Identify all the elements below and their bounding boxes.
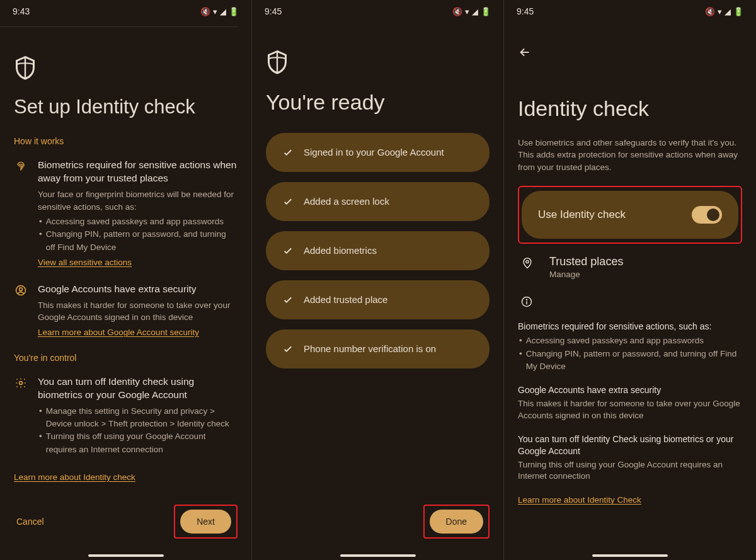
check-icon xyxy=(282,147,294,158)
section-how-it-works: How it works xyxy=(14,136,238,146)
row-biometrics: Biometrics required for sensitive action… xyxy=(14,159,238,268)
nav-handle[interactable] xyxy=(88,554,164,557)
cancel-button[interactable]: Cancel xyxy=(14,511,47,532)
bullet: Changing PIN, pattern or password, and t… xyxy=(518,348,742,374)
status-bar: 9:43 🔇 ▾ ◢ 🔋 xyxy=(0,0,251,23)
nav-handle[interactable] xyxy=(340,554,416,557)
mute-icon: 🔇 xyxy=(200,7,210,16)
battery-icon: 🔋 xyxy=(481,7,491,16)
check-item-biometrics: Added biometrics xyxy=(266,231,490,270)
divider xyxy=(0,26,238,27)
status-icons: 🔇 ▾ ◢ 🔋 xyxy=(200,7,239,16)
setting-title: Trusted places xyxy=(549,255,623,268)
info-google: Google Accounts have extra security This… xyxy=(518,384,742,422)
fingerprint-icon xyxy=(14,159,28,268)
row-title: You can turn off Identity check using bi… xyxy=(38,375,238,402)
battery-icon: 🔋 xyxy=(229,7,239,16)
svg-point-6 xyxy=(527,300,527,300)
check-item-screenlock: Added a screen lock xyxy=(266,182,490,221)
link-view-sensitive[interactable]: View all sensitive actions xyxy=(38,258,132,267)
info-biometrics: Biometrics required for sensitive action… xyxy=(518,321,742,373)
shield-icon xyxy=(14,55,37,80)
info-text: Turning this off using your Google Accou… xyxy=(518,459,742,483)
check-label: Phone number verification is on xyxy=(304,343,436,354)
row-google-security: Google Accounts have extra security This… xyxy=(14,283,238,338)
status-icons: 🔇 ▾ ◢ 🔋 xyxy=(452,7,491,16)
svg-point-2 xyxy=(20,381,23,384)
clock: 9:45 xyxy=(517,6,534,16)
info-title: Biometrics required for sensitive action… xyxy=(518,321,742,333)
check-item-phone: Phone number verification is on xyxy=(266,329,490,369)
link-google-security[interactable]: Learn more about Google Account security xyxy=(38,328,199,337)
toggle-label: Use Identity check xyxy=(538,209,626,221)
location-icon xyxy=(520,255,534,270)
row-turnoff: You can turn off Identity check using bi… xyxy=(14,375,238,456)
setting-sub: Manage xyxy=(549,270,623,279)
gear-icon xyxy=(14,375,28,456)
section-in-control: You're in control xyxy=(14,353,238,363)
signal-icon: ◢ xyxy=(724,7,731,16)
check-item-trusted: Added trusted place xyxy=(266,280,490,319)
account-icon xyxy=(14,283,28,338)
info-title: Google Accounts have extra security xyxy=(518,384,742,396)
row-trusted-places[interactable]: Trusted places Manage xyxy=(518,244,742,293)
page-title: You're ready xyxy=(266,89,490,115)
highlight-done: Done xyxy=(423,505,490,539)
shield-icon xyxy=(266,49,289,74)
bullet: Accessing saved passkeys and app passwor… xyxy=(518,334,742,347)
row-title: Biometrics required for sensitive action… xyxy=(38,159,238,185)
check-icon xyxy=(282,245,294,256)
clock: 9:45 xyxy=(265,6,282,16)
check-item-signin: Signed in to your Google Account xyxy=(266,133,490,172)
status-icons: 🔇 ▾ ◢ 🔋 xyxy=(705,7,743,16)
screen-identity-check: 9:45 🔇 ▾ ◢ 🔋 Identity check Use biometri… xyxy=(504,0,756,560)
mute-icon: 🔇 xyxy=(705,7,715,16)
wifi-icon: ▾ xyxy=(718,7,722,16)
link-learn-identity[interactable]: Learn more about Identity Check xyxy=(518,495,641,505)
info-text: This makes it harder for someone to take… xyxy=(518,398,742,422)
svg-point-1 xyxy=(20,288,23,291)
highlight-toggle: Use Identity check xyxy=(518,186,742,244)
page-title: Set up Identity check xyxy=(14,95,238,118)
check-label: Signed in to your Google Account xyxy=(304,147,444,157)
nav-handle[interactable] xyxy=(592,554,668,557)
signal-icon: ◢ xyxy=(472,7,478,16)
intro-text: Use biometrics and other safeguards to v… xyxy=(518,137,742,174)
row-desc: This makes it harder for someone to take… xyxy=(38,299,238,324)
check-icon xyxy=(282,294,294,306)
highlight-next: Next xyxy=(174,505,238,539)
screen-setup: 9:43 🔇 ▾ ◢ 🔋 Set up Identity check How i… xyxy=(0,0,252,560)
check-label: Added biometrics xyxy=(304,245,377,256)
bullet: Accessing saved passkeys and app passwor… xyxy=(38,215,238,228)
svg-point-3 xyxy=(526,261,529,263)
info-title: You can turn off Identity Check using bi… xyxy=(518,433,742,457)
mute-icon: 🔇 xyxy=(452,7,462,16)
status-bar: 9:45 🔇 ▾ ◢ 🔋 xyxy=(252,0,503,23)
row-desc: Your face or fingerprint biometrics will… xyxy=(38,188,238,213)
wifi-icon: ▾ xyxy=(465,7,469,16)
bullet: Changing PIN, pattern or password, and t… xyxy=(38,228,238,254)
page-title: Identity check xyxy=(518,96,742,122)
check-icon xyxy=(282,343,294,355)
check-label: Added trusted place xyxy=(304,294,387,305)
info-icon-row xyxy=(518,293,742,321)
wifi-icon: ▾ xyxy=(213,7,217,16)
bullet: Manage this setting in Security and priv… xyxy=(38,405,238,431)
info-icon xyxy=(520,295,533,308)
next-button[interactable]: Next xyxy=(180,510,231,534)
link-learn-identity[interactable]: Learn more about Identity check xyxy=(14,472,135,482)
battery-icon: 🔋 xyxy=(733,7,743,16)
done-button[interactable]: Done xyxy=(430,510,483,534)
clock: 9:43 xyxy=(13,6,30,16)
status-bar: 9:45 🔇 ▾ ◢ 🔋 xyxy=(504,0,756,23)
row-title: Google Accounts have extra security xyxy=(38,283,238,296)
info-turnoff: You can turn off Identity Check using bi… xyxy=(518,433,742,483)
check-label: Added a screen lock xyxy=(304,196,389,207)
signal-icon: ◢ xyxy=(220,7,226,16)
back-button[interactable] xyxy=(518,30,742,66)
bullet: Turning this off using your Google Accou… xyxy=(38,430,238,456)
check-icon xyxy=(282,196,294,207)
toggle-use-identity[interactable]: Use Identity check xyxy=(522,191,738,239)
switch-on[interactable] xyxy=(692,206,722,224)
screen-ready: 9:45 🔇 ▾ ◢ 🔋 You're ready Signed in to y… xyxy=(252,0,504,560)
